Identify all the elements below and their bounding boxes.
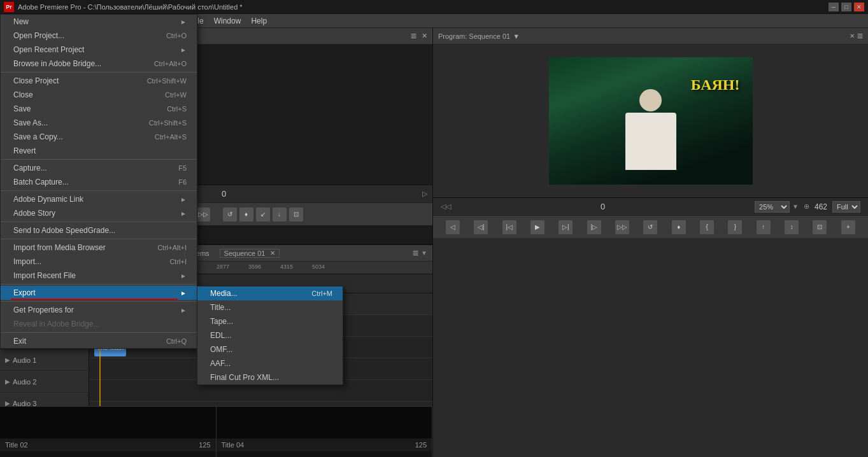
export-aaf-item[interactable]: AAF...	[197, 356, 343, 370]
loop-button[interactable]: ↺	[223, 207, 237, 221]
menu-item-export[interactable]: Export ►	[1, 286, 197, 300]
source-out-point-icon[interactable]: ▷	[422, 190, 427, 198]
batch-capture-shortcut: F6	[178, 178, 187, 186]
menu-window[interactable]: Window	[209, 15, 246, 27]
menu-item-browse[interactable]: Browse in Adobe Bridge... Ctrl+Alt+O	[1, 57, 197, 71]
menu-item-close-project[interactable]: Close Project Ctrl+Shift+W	[1, 74, 197, 88]
timeline-right-menu[interactable]: ≡	[413, 248, 418, 259]
program-video-frame: БАЯН!	[549, 57, 753, 185]
program-magnify-icon[interactable]: ⊕	[804, 202, 809, 211]
source-panel-close-icon[interactable]: ✕	[422, 32, 427, 40]
marker-button[interactable]: ♦	[239, 207, 253, 221]
menu-item-get-properties[interactable]: Get Properties for ►	[1, 303, 197, 317]
menu-item-open-recent[interactable]: Open Recent Project ►	[1, 43, 197, 57]
export-label: Export	[13, 288, 36, 297]
thumb-04-label: Title 04	[222, 441, 245, 449]
sequence-tab-close[interactable]: ✕	[270, 250, 275, 257]
separator-8	[1, 332, 197, 333]
close-button[interactable]: ✕	[854, 3, 864, 11]
export-arrow: ►	[180, 290, 187, 297]
zoom-dropdown-icon[interactable]: ▼	[792, 203, 799, 210]
prog-back-out[interactable]: ◁|	[474, 220, 488, 234]
window-title: Adobe Premiere Pro - C:\Пользователи\Лёш…	[18, 3, 829, 11]
export-media-item[interactable]: Media... Ctrl+M	[197, 286, 343, 300]
menu-item-adobe-story[interactable]: Adobe Story ►	[1, 206, 197, 220]
menu-item-save[interactable]: Save Ctrl+S	[1, 102, 197, 116]
track-a2-expand[interactable]: ▶	[5, 378, 10, 385]
camera-button[interactable]: ⊡	[289, 207, 303, 221]
prog-step-fwd[interactable]: ▷|	[559, 220, 573, 234]
revert-label: Revert	[13, 146, 36, 155]
prog-lift[interactable]: ↑	[757, 220, 771, 234]
title-bar: Pr Adobe Premiere Pro - C:\Пользователи\…	[0, 0, 868, 14]
menu-item-speedgrade[interactable]: Send to Adobe SpeedGrade...	[1, 223, 197, 237]
menu-item-capture[interactable]: Capture... F5	[1, 161, 197, 175]
separator-7	[1, 301, 197, 302]
menu-item-import[interactable]: Import... Ctrl+I	[1, 255, 197, 269]
menu-item-new[interactable]: New ►	[1, 15, 197, 29]
menu-help[interactable]: Help	[246, 15, 272, 27]
prog-fwd-in[interactable]: |▷	[587, 220, 601, 234]
new-arrow: ►	[180, 18, 187, 25]
program-monitor-dropdown[interactable]: ▼	[513, 32, 520, 40]
zoom-select[interactable]: 25% 50% 100%	[755, 201, 790, 213]
track-a1-expand[interactable]: ▶	[5, 356, 10, 363]
get-properties-arrow: ►	[180, 307, 187, 314]
menu-item-save-copy[interactable]: Save a Copy... Ctrl+Alt+S	[1, 130, 197, 144]
prog-loop[interactable]: ↺	[643, 220, 657, 234]
export-omf-item[interactable]: OMF...	[197, 342, 343, 356]
play-forward-button[interactable]: ▷▷	[196, 207, 210, 221]
import-recent-label: Import Recent File	[13, 271, 76, 280]
export-title-item[interactable]: Title...	[197, 300, 343, 314]
separator-2	[1, 159, 197, 160]
person-head	[639, 89, 662, 111]
menu-item-save-as[interactable]: Save As... Ctrl+Shift+S	[1, 116, 197, 130]
menu-item-exit[interactable]: Exit Ctrl+Q	[1, 334, 197, 348]
menu-item-open-project[interactable]: Open Project... Ctrl+O	[1, 29, 197, 43]
program-panel-close[interactable]: ✕	[850, 32, 855, 39]
speedgrade-label: Send to Adobe SpeedGrade...	[13, 226, 115, 235]
adobe-dynamic-link-arrow: ►	[180, 196, 187, 203]
export-fcp-label: Final Cut Pro XML...	[210, 373, 279, 382]
insert-button[interactable]: ↙	[256, 207, 270, 221]
program-timecode: 0	[456, 202, 750, 211]
prog-in-mark[interactable]: {	[700, 220, 714, 234]
minimize-button[interactable]: ─	[829, 3, 839, 11]
export-media-shortcut: Ctrl+M	[311, 290, 332, 297]
prog-step-back[interactable]: |◁	[502, 220, 516, 234]
menu-item-adobe-dynamic-link[interactable]: Adobe Dynamic Link ►	[1, 192, 197, 206]
menu-item-batch-capture[interactable]: Batch Capture... F6	[1, 175, 197, 189]
prog-out-mark[interactable]: }	[728, 220, 742, 234]
timeline-panel-menu[interactable]: ▼	[421, 250, 427, 257]
source-panel-menu-icon[interactable]: ≡	[411, 31, 416, 42]
prog-back-in[interactable]: ◁	[446, 220, 460, 234]
prog-fwd-out[interactable]: ▷▷	[615, 220, 629, 234]
export-title-label: Title...	[210, 303, 231, 312]
export-fcp-item[interactable]: Final Cut Pro XML...	[197, 370, 343, 384]
ruler-mark-3596: 3596	[248, 264, 261, 270]
export-tape-item[interactable]: Tape...	[197, 314, 343, 328]
menu-item-close[interactable]: Close Ctrl+W	[1, 88, 197, 102]
separator-5	[1, 239, 197, 239]
video-text-bayan: БАЯН!	[691, 76, 740, 94]
overwrite-button[interactable]: ↓	[273, 207, 287, 221]
menu-item-import-recent[interactable]: Import Recent File ►	[1, 269, 197, 283]
prog-play[interactable]: ▶	[530, 220, 544, 234]
program-prev-icon[interactable]: ◁◁	[441, 202, 451, 211]
maximize-button[interactable]: □	[841, 3, 851, 11]
menu-item-revert[interactable]: Revert	[1, 144, 197, 158]
get-properties-label: Get Properties for	[13, 306, 74, 314]
prog-add-button[interactable]: +	[841, 220, 855, 234]
export-edl-label: EDL...	[210, 331, 231, 340]
quality-select[interactable]: Full 1/2 1/4	[832, 201, 860, 213]
prog-extract[interactable]: ↕	[785, 220, 799, 234]
prog-marker[interactable]: ♦	[672, 220, 686, 234]
thumb-02-label: Title 02	[5, 441, 28, 449]
sequence-tab-label[interactable]: Sequence 01	[224, 250, 266, 257]
prog-camera[interactable]: ⊡	[813, 220, 827, 234]
export-edl-item[interactable]: EDL...	[197, 328, 343, 342]
import-browser-shortcut: Ctrl+Alt+I	[157, 244, 187, 251]
menu-item-import-browser[interactable]: Import from Media Browser Ctrl+Alt+I	[1, 241, 197, 255]
program-panel-menu[interactable]: ≡	[857, 31, 863, 42]
thumb-02-number: 125	[199, 441, 210, 449]
